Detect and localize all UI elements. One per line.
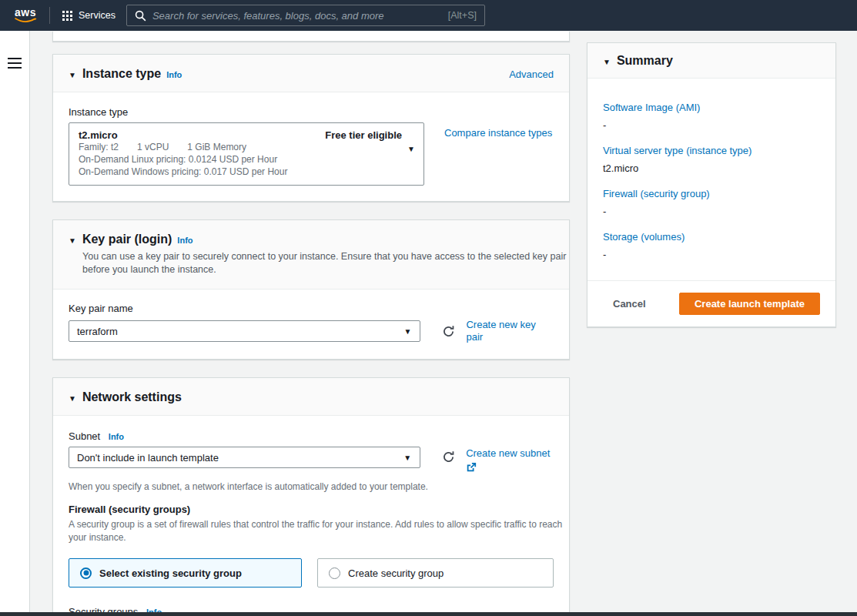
instance-type-info-link[interactable]: Info [166, 70, 182, 79]
instance-vcpu: 1 vCPU [137, 142, 169, 152]
key-pair-section: ▼ Key pair (login) Info You can use a ke… [52, 219, 570, 360]
search-shortcut: [Alt+S] [448, 10, 477, 21]
key-pair-body: Key pair name terraform ▼ Create new key… [53, 290, 569, 359]
key-pair-field-label: Key pair name [69, 303, 554, 314]
subnet-label: Subnet [69, 430, 100, 442]
key-pair-description: You can use a key pair to securely conne… [82, 250, 579, 276]
select-caret-icon: ▼ [407, 145, 415, 153]
previous-section-card-edge [52, 32, 570, 42]
aws-logo-text: aws [15, 8, 36, 18]
instance-type-section: ▼ Instance type Info Advanced Instance t… [52, 54, 570, 202]
subnet-select[interactable]: Don't include in launch template ▼ [69, 447, 420, 468]
summary-link-instance-type[interactable]: Virtual server type (instance type) [603, 145, 820, 156]
collapse-caret-icon: ▼ [603, 58, 611, 66]
services-grid-icon [62, 11, 72, 21]
instance-type-body: Instance type t2.micro Free tier eligibl… [53, 92, 569, 201]
advanced-link[interactable]: Advanced [509, 69, 554, 80]
refresh-subnets-button[interactable] [442, 450, 455, 464]
instance-type-header[interactable]: ▼ Instance type Info Advanced [53, 55, 569, 92]
radio-create-label: Create security group [348, 567, 444, 579]
search-placeholder: Search for services, features, blogs, do… [152, 10, 442, 22]
instance-type-title: Instance type [82, 67, 161, 81]
summary-body: Software Image (AMI) - Virtual server ty… [588, 79, 835, 280]
firewall-label: Firewall (security groups) [69, 504, 554, 515]
network-settings-title: Network settings [82, 390, 182, 404]
summary-link-storage[interactable]: Storage (volumes) [603, 231, 820, 243]
collapse-caret-icon: ▼ [69, 394, 76, 403]
aws-logo[interactable]: aws [12, 8, 38, 24]
network-settings-header[interactable]: ▼ Network settings [53, 378, 569, 416]
key-pair-info-link[interactable]: Info [177, 236, 192, 245]
summary-link-firewall[interactable]: Firewall (security group) [603, 188, 820, 199]
summary-column: ▼ Summary Software Image (AMI) - Virtual… [587, 42, 836, 327]
services-label: Services [79, 10, 115, 21]
summary-value-ami: - [603, 119, 820, 131]
network-settings-section: ▼ Network settings Subnet Info Don't inc… [52, 377, 570, 616]
linux-pricing: On-Demand Linux pricing: 0.0124 USD per … [79, 153, 414, 166]
instance-family: Family: t2 [79, 142, 119, 152]
subnet-field-label: Subnet Info [69, 430, 554, 442]
subnet-value: Don't include in launch template [77, 452, 219, 464]
free-tier-badge: Free tier eligible [325, 129, 402, 141]
radio-selected-icon [80, 567, 92, 579]
radio-existing-label: Select existing security group [99, 567, 242, 579]
summary-value-firewall: - [603, 206, 820, 217]
summary-value-storage: - [603, 249, 820, 260]
summary-footer: Cancel Create launch template [588, 280, 835, 326]
windows-pricing: On-Demand Windows pricing: 0.017 USD per… [79, 166, 414, 178]
collapse-caret-icon: ▼ [69, 71, 76, 79]
key-pair-title: Key pair (login) [82, 233, 172, 246]
firewall-description: A security group is a set of firewall ru… [69, 518, 565, 544]
cancel-button[interactable]: Cancel [613, 298, 646, 310]
radio-unselected-icon [329, 567, 340, 579]
summary-value-instance-type: t2.micro [603, 162, 820, 174]
summary-panel: ▼ Summary Software Image (AMI) - Virtual… [587, 42, 836, 327]
external-link-icon [466, 462, 477, 473]
instance-type-value: t2.micro [79, 129, 118, 141]
select-caret-icon: ▼ [403, 454, 411, 462]
subnet-note: When you specify a subnet, a network int… [69, 480, 554, 493]
collapse-caret-icon: ▼ [69, 236, 76, 245]
summary-link-ami[interactable]: Software Image (AMI) [603, 102, 820, 113]
nav-divider [49, 7, 50, 24]
key-pair-header[interactable]: ▼ Key pair (login) Info You can use a ke… [53, 220, 569, 290]
create-new-subnet-link[interactable]: Create new subnet [466, 447, 554, 473]
top-nav: aws Services Search for services, featur… [0, 0, 857, 31]
create-new-key-pair-link[interactable]: Create new key pair [466, 319, 554, 343]
search-icon [135, 10, 146, 22]
main-column: ▼ Instance type Info Advanced Instance t… [52, 31, 570, 616]
refresh-icon [442, 325, 455, 338]
key-pair-select[interactable]: terraform ▼ [69, 320, 420, 342]
left-rail [0, 31, 30, 616]
select-caret-icon: ▼ [404, 327, 412, 336]
create-new-subnet-label: Create new subnet [466, 447, 554, 460]
refresh-icon [442, 450, 455, 464]
key-pair-value: terraform [77, 326, 118, 337]
window-bottom-edge [0, 612, 857, 616]
services-menu[interactable]: Services [62, 10, 115, 21]
instance-type-select[interactable]: t2.micro Free tier eligible Family: t21 … [69, 122, 424, 186]
instance-type-field-label: Instance type [69, 106, 554, 118]
search-bar[interactable]: Search for services, features, blogs, do… [126, 5, 485, 26]
aws-smile-icon [14, 18, 37, 24]
refresh-key-pairs-button[interactable] [442, 325, 455, 338]
compare-instance-types-link[interactable]: Compare instance types [444, 122, 552, 139]
subnet-info-link[interactable]: Info [109, 432, 124, 441]
create-launch-template-button[interactable]: Create launch template [679, 293, 820, 315]
summary-title: Summary [617, 54, 673, 68]
summary-header[interactable]: ▼ Summary [588, 43, 835, 79]
network-settings-body: Subnet Info Don't include in launch temp… [53, 416, 569, 616]
radio-select-existing-security-group[interactable]: Select existing security group [69, 558, 302, 588]
radio-create-security-group[interactable]: Create security group [317, 558, 554, 588]
instance-memory: 1 GiB Memory [187, 142, 246, 152]
hamburger-menu-icon[interactable] [8, 58, 22, 69]
